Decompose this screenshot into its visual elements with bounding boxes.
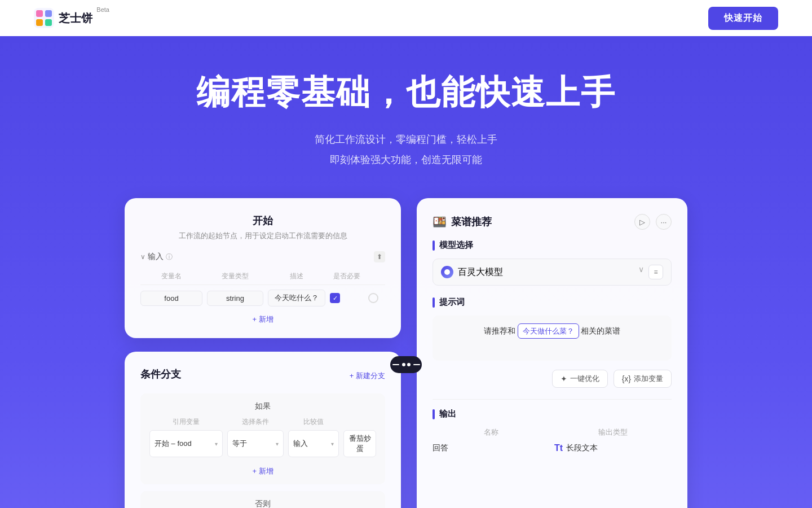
prompt-section-bar — [433, 297, 435, 308]
connector-dot-1 — [402, 363, 405, 366]
required-check-icon[interactable] — [330, 293, 340, 303]
condition-card: 条件分支 + 新建分支 如果 引用变量 选择条件 比较值 — [125, 352, 401, 508]
svg-rect-2 — [45, 10, 52, 17]
condition-select[interactable]: 等于 ▾ — [227, 430, 284, 457]
new-branch-button[interactable]: + 新建分支 — [350, 371, 385, 381]
recipe-card-header: 🍱 菜谱推荐 ▷ ··· — [433, 214, 672, 230]
cond-col-value — [343, 417, 376, 427]
cards-wrapper: 开始 工作流的起始节点，用于设定启动工作流需要的信息 ∨ 输入 ⓘ ⬆ 变量名 … — [45, 198, 767, 508]
svg-rect-1 — [36, 10, 43, 17]
input-section-header: ∨ 输入 ⓘ ⬆ — [140, 251, 385, 262]
col-header-desc: 描述 — [268, 271, 325, 281]
more-button[interactable]: ··· — [656, 214, 672, 230]
input-section-label: ∨ 输入 ⓘ — [140, 252, 173, 262]
model-chevron-icon[interactable]: ∨ — [638, 265, 644, 279]
play-button[interactable]: ▷ — [634, 214, 650, 230]
collapse-arrow-icon[interactable]: ∨ — [140, 253, 145, 261]
var-name-cell[interactable]: food — [140, 291, 202, 306]
condition-card-header: 条件分支 + 新建分支 — [140, 367, 385, 384]
output-section: 输出 名称 输出类型 回答 Tt 长段文本 — [433, 399, 672, 453]
optimize-button[interactable]: ✦ 一键优化 — [552, 370, 608, 388]
hero-title: 编程零基础，也能快速上手 — [45, 70, 767, 116]
model-name: 百灵大模型 — [458, 266, 503, 278]
connector-left-line — [392, 364, 399, 365]
prompt-section-label: 提示词 — [439, 297, 465, 308]
model-name-row: 百灵大模型 — [441, 266, 503, 278]
ref-var-arrow: ▾ — [215, 441, 218, 447]
prompt-text-before: 请推荐和 — [484, 326, 515, 335]
prompt-text-after: 相关的菜谱 — [581, 326, 620, 335]
output-name-value: 回答 — [433, 443, 550, 453]
recipe-icon: 🍱 — [433, 215, 447, 229]
else-label: 否则 — [255, 499, 271, 508]
output-type-value: Tt 长段文本 — [554, 443, 672, 453]
hero-subtitle-line2: 即刻体验强大功能，创造无限可能 — [45, 150, 767, 170]
svg-rect-4 — [45, 19, 52, 26]
model-section-header: 模型选择 — [433, 240, 672, 251]
cond-col-ref: 引用变量 — [149, 417, 223, 427]
connector-right-line — [413, 364, 420, 365]
beta-tag: Beta — [96, 6, 109, 13]
model-config-icon[interactable]: ≡ — [648, 265, 663, 279]
recipe-card: 🍱 菜谱推荐 ▷ ··· 模型选择 百灵大模型 — [417, 198, 687, 508]
cond-col-type: 比较值 — [288, 417, 339, 427]
prompt-tag[interactable]: 今天做什么菜？ — [518, 323, 579, 339]
left-column: 开始 工作流的起始节点，用于设定启动工作流需要的信息 ∨ 输入 ⓘ ⬆ 变量名 … — [125, 198, 401, 508]
condition-card-title: 条件分支 — [140, 367, 181, 381]
connector-dot-2 — [407, 363, 411, 366]
output-section-header: 输出 — [433, 409, 672, 419]
add-var-button[interactable]: {x} 添加变量 — [614, 370, 672, 388]
table-row: food string 今天吃什么？ — [140, 290, 385, 306]
add-field-button[interactable]: + 新增 — [252, 314, 273, 325]
input-type-arrow: ▾ — [331, 441, 334, 447]
recipe-title-row: 🍱 菜谱推荐 — [433, 215, 492, 229]
else-block: 否则 — [140, 491, 385, 508]
output-type-text: 长段文本 — [566, 443, 598, 453]
condition-row-labels: 引用变量 选择条件 比较值 — [149, 417, 376, 427]
condition-arrow: ▾ — [276, 441, 279, 447]
header: 芝士饼 Beta 快速开始 — [0, 0, 812, 36]
if-block: 如果 引用变量 选择条件 比较值 开始 – food ▾ — [140, 393, 385, 484]
upload-icon[interactable]: ⬆ — [374, 251, 385, 262]
model-dot-icon — [441, 266, 453, 278]
optional-circle-icon[interactable] — [368, 293, 378, 303]
prompt-box[interactable]: 请推荐和 今天做什么菜？ 相关的菜谱 — [433, 316, 672, 361]
col-header-action — [368, 271, 385, 281]
col-header-vartype: 变量类型 — [207, 271, 263, 281]
condition-value-input[interactable]: 番茄炒蛋 — [343, 430, 376, 457]
prompt-actions: ✦ 一键优化 {x} 添加变量 — [433, 370, 672, 388]
output-name-label: 名称 — [433, 427, 550, 437]
output-header-row: 名称 输出类型 — [433, 427, 672, 437]
output-type-icon: Tt — [554, 443, 563, 453]
output-data-row: 回答 Tt 长段文本 — [433, 443, 672, 453]
var-type-cell[interactable]: string — [207, 291, 263, 306]
col-header-varname: 变量名 — [140, 271, 202, 281]
output-section-bar — [433, 409, 435, 419]
table-header: 变量名 变量类型 描述 是否必要 — [140, 269, 385, 285]
start-card-title: 开始 — [140, 214, 385, 227]
add-condition-button[interactable]: + 新增 — [252, 466, 273, 476]
ref-var-select[interactable]: 开始 – food ▾ — [149, 430, 223, 457]
start-card: 开始 工作流的起始节点，用于设定启动工作流需要的信息 ∨ 输入 ⓘ ⬆ 变量名 … — [125, 198, 401, 338]
model-select-actions: ∨ ≡ — [638, 265, 663, 279]
logo-area: 芝士饼 Beta — [34, 8, 92, 28]
svg-rect-3 — [36, 19, 43, 26]
input-type-select[interactable]: 输入 ▾ — [288, 430, 339, 457]
add-var-icon: {x} — [622, 374, 631, 383]
output-section-label: 输出 — [439, 409, 456, 419]
prompt-section-header: 提示词 — [433, 297, 672, 308]
if-label: 如果 — [149, 401, 376, 411]
hero-subtitle-line1: 简化工作流设计，零编程门槛，轻松上手 — [45, 129, 767, 150]
model-dot-inner — [444, 269, 450, 275]
hero-section: 编程零基础，也能快速上手 简化工作流设计，零编程门槛，轻松上手 即刻体验强大功能… — [0, 36, 812, 508]
model-section-label: 模型选择 — [439, 240, 473, 251]
col-header-required: 是否必要 — [330, 271, 364, 281]
output-type-label: 输出类型 — [554, 427, 672, 437]
model-select-row[interactable]: 百灵大模型 ∨ ≡ — [433, 259, 672, 286]
optimize-icon: ✦ — [561, 374, 567, 383]
connector-dots — [402, 363, 411, 366]
start-card-desc: 工作流的起始节点，用于设定启动工作流需要的信息 — [140, 231, 385, 241]
logo-icon — [34, 8, 54, 28]
var-desc-cell[interactable]: 今天吃什么？ — [268, 290, 325, 306]
cta-button[interactable]: 快速开始 — [708, 7, 778, 30]
